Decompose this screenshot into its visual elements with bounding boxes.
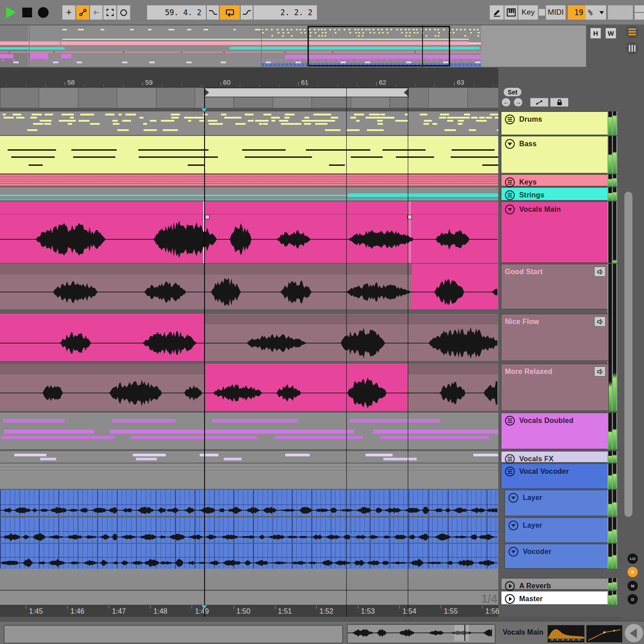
track-header-nice-flow[interactable]: Nice Flow <box>501 314 609 361</box>
track-lane-vocals-fx[interactable] <box>0 451 498 463</box>
track-header-vocals-fx[interactable]: Vocals FX <box>501 451 609 463</box>
mixer-toggle-m[interactable]: M <box>628 581 638 591</box>
audition-take-button[interactable] <box>594 316 606 327</box>
fade-handle[interactable] <box>205 215 209 219</box>
track-header-layer[interactable]: Layer <box>505 490 609 516</box>
record-button[interactable] <box>38 7 49 18</box>
device-thumbnail-compressor[interactable] <box>586 625 623 643</box>
arrangement-area[interactable]: 585960616263 1/4 <box>0 68 498 617</box>
track-lane-drums[interactable] <box>0 111 498 135</box>
next-marker-button[interactable]: → <box>514 98 522 107</box>
arrangement-overview[interactable]: H W <box>0 25 644 68</box>
menu-icon[interactable] <box>505 467 515 476</box>
cpu-meter[interactable]: 19 % <box>568 5 606 20</box>
track-lane-take[interactable] <box>0 264 498 309</box>
midi-note <box>382 149 426 151</box>
time-ruler[interactable]: 1:451:461:471:481:491:501:511:521:531:54… <box>0 605 498 617</box>
draw-mode-button[interactable] <box>490 5 504 20</box>
track-header-drums[interactable]: Drums <box>501 111 609 135</box>
track-lane-take[interactable] <box>0 314 498 361</box>
track-lane-a-reverb[interactable] <box>0 578 498 590</box>
punch-in-button[interactable] <box>207 5 219 20</box>
menu-icon[interactable] <box>505 177 515 187</box>
mixer-toggle-r[interactable]: R <box>628 567 638 577</box>
reenable-automation-button[interactable] <box>90 5 103 20</box>
audition-take-button[interactable] <box>594 267 606 277</box>
loop-length-field[interactable]: 2. 2. 2 <box>254 5 317 20</box>
mini-clip <box>0 41 60 45</box>
session-record-button[interactable] <box>117 5 130 20</box>
play-icon[interactable] <box>505 594 515 604</box>
track-lane-vocals-main[interactable] <box>0 201 498 263</box>
menu-icon[interactable] <box>505 190 515 200</box>
hide-detail-view-button[interactable] <box>625 624 643 642</box>
track-name: Layer <box>523 494 542 502</box>
fit-width-button[interactable]: W <box>606 28 616 38</box>
menu-icon[interactable] <box>505 416 515 426</box>
loop-brace[interactable] <box>204 88 409 97</box>
midi-map-button[interactable]: MIDI <box>546 5 566 20</box>
fold-icon[interactable] <box>505 205 515 214</box>
track-lane-spacer[interactable] <box>0 569 498 578</box>
play-icon[interactable] <box>505 581 515 591</box>
set-marker-button[interactable]: Set <box>504 88 521 96</box>
track-header-vocals-doubled[interactable]: Vocals Doubled <box>501 413 609 449</box>
stop-button[interactable] <box>22 8 32 17</box>
track-lane-vocoder-layer[interactable] <box>0 544 498 569</box>
capture-midi-button[interactable] <box>103 5 116 20</box>
track-header-vocals-main[interactable]: Vocals Main <box>501 201 609 263</box>
midi-note <box>90 123 100 125</box>
track-lane-master[interactable] <box>0 591 498 605</box>
automation-mode-button[interactable] <box>76 5 89 20</box>
mixer-view-toggle[interactable] <box>626 42 639 55</box>
play-button[interactable] <box>6 7 16 18</box>
fit-height-button[interactable]: H <box>591 28 601 38</box>
clip-overview[interactable] <box>347 624 496 644</box>
track-header-strings[interactable]: Strings <box>501 187 609 201</box>
vertical-scrollbar[interactable] <box>624 192 632 517</box>
track-header-master[interactable]: Master <box>501 591 609 605</box>
track-lane-vocoder-layer[interactable] <box>0 517 498 543</box>
track-header-keys[interactable]: Keys <box>501 174 609 186</box>
track-lane-vocal-vocoder[interactable] <box>0 464 498 489</box>
mixer-toggle-d[interactable]: D <box>628 594 638 604</box>
track-lane-keys[interactable] <box>0 174 498 186</box>
automation-lane-button[interactable] <box>530 98 548 107</box>
device-thumbnail-eq[interactable] <box>547 625 585 643</box>
menu-icon[interactable] <box>505 454 515 464</box>
track-header-a-reverb[interactable]: A Reverb <box>501 578 609 590</box>
prev-marker-button[interactable]: ← <box>502 98 510 107</box>
track-header-good-start[interactable]: Good Start <box>501 264 609 309</box>
computer-midi-keyboard-button[interactable] <box>505 5 517 20</box>
track-lane-strings[interactable] <box>0 187 498 201</box>
track-header-vocoder[interactable]: Vocoder <box>505 544 609 569</box>
track-header-bass[interactable]: Bass <box>501 136 609 173</box>
fold-icon[interactable] <box>509 547 518 557</box>
track-header-more-relaxed[interactable]: More Relaxed <box>501 364 609 411</box>
audition-take-button[interactable] <box>594 366 606 377</box>
overview-viewport[interactable] <box>308 26 450 66</box>
arranger-view-toggle[interactable] <box>626 25 639 38</box>
loop-button[interactable] <box>220 5 240 20</box>
track-lane-take[interactable] <box>0 364 498 411</box>
arrangement-position-field[interactable]: 59. 4. 2 <box>147 5 206 20</box>
track-header-layer[interactable]: Layer <box>505 517 609 543</box>
punch-out-button[interactable] <box>241 5 253 20</box>
midi-overdub-button[interactable]: + <box>62 5 75 20</box>
insert-marker-triangle-bottom[interactable] <box>201 605 207 609</box>
fold-icon[interactable] <box>505 139 515 149</box>
track-lane-vocoder-layer[interactable] <box>0 490 498 516</box>
menu-icon[interactable] <box>505 115 515 124</box>
fold-icon[interactable] <box>509 521 518 530</box>
track-lane-vocals-doubled[interactable] <box>0 413 498 449</box>
key-map-button[interactable]: Key <box>518 5 538 20</box>
mixer-toggle-i-o[interactable]: I-O <box>628 554 638 564</box>
track-lane-bass[interactable] <box>0 136 498 173</box>
lock-envelopes-button[interactable] <box>550 98 568 107</box>
insert-marker-triangle[interactable] <box>201 108 207 112</box>
beat-time-ruler[interactable]: 585960616263 <box>0 68 498 88</box>
loop-start-handle[interactable] <box>204 88 209 97</box>
arrangement-overview-content[interactable] <box>0 25 586 67</box>
track-header-vocal-vocoder[interactable]: Vocal Vocoder <box>501 464 609 489</box>
fold-icon[interactable] <box>509 493 518 503</box>
